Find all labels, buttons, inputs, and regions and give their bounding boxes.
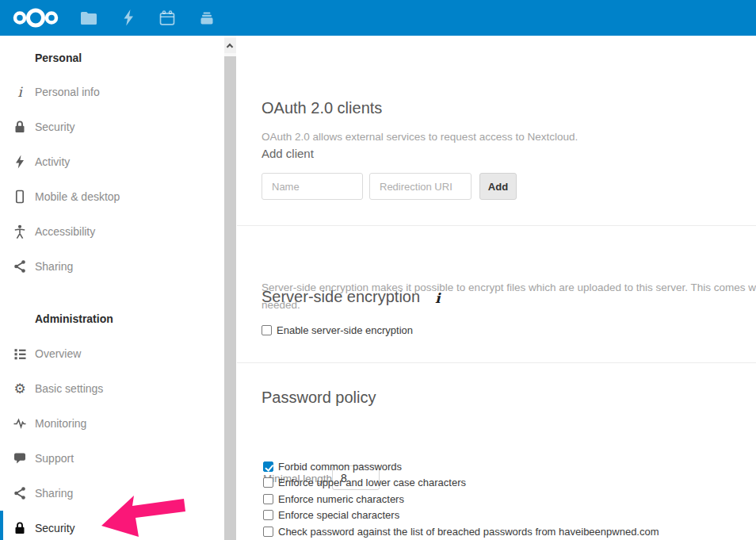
oauth-description: OAuth 2.0 allows external services to re… (262, 131, 578, 143)
sidebar-item-label: Security (35, 121, 75, 133)
settings-content: OAuth 2.0 clients OAuth 2.0 allows exter… (237, 36, 756, 540)
policy-checkbox-label: Enforce upper and lower case characters (278, 477, 466, 488)
sidebar-item-sharing-admin[interactable]: Sharing (0, 476, 224, 511)
sidebar-item-label: Personal info (35, 86, 100, 98)
check-breached-checkbox[interactable] (263, 527, 273, 537)
share-icon (13, 485, 27, 501)
sidebar-item-personal-info[interactable]: i Personal info (0, 75, 224, 109)
policy-checkbox-row[interactable]: Forbid common passwords (263, 461, 402, 473)
sidebar-item-basic-settings[interactable]: ⚙ Basic settings (0, 371, 224, 406)
gear-icon: ⚙ (13, 381, 27, 396)
sidebar-item-label: Activity (35, 155, 70, 168)
sidebar-item-label: Security (35, 522, 75, 534)
policy-checkbox-row[interactable]: Enforce special characters (263, 509, 399, 521)
sidebar-item-label: Sharing (35, 260, 73, 273)
scrollbar-up-button[interactable] (224, 38, 236, 53)
enable-encryption-checkbox-row[interactable]: Enable server-side encryption (262, 324, 413, 336)
section-divider (237, 225, 756, 226)
sidebar-item-label: Mobile & desktop (35, 190, 120, 203)
policy-checkbox-row[interactable]: Check password against the list of breac… (263, 526, 659, 538)
header-bar (0, 0, 756, 36)
add-client-label: Add client (262, 147, 314, 160)
encryption-description-line2: needed. (262, 299, 300, 311)
chevron-up-icon (227, 44, 233, 50)
policy-checkbox-label: Check password against the list of breac… (278, 526, 659, 538)
enforce-case-checkbox[interactable] (263, 477, 273, 488)
chat-icon (13, 450, 27, 466)
sidebar-item-label: Overview (35, 347, 81, 360)
encryption-description-line1: Server-side encryption makes it possible… (262, 281, 756, 293)
activity-lightning-icon[interactable] (120, 9, 136, 27)
sidebar-item-sharing-personal[interactable]: Sharing (0, 249, 224, 284)
sidebar-item-label: Support (35, 452, 74, 465)
sidebar-heading-administration: Administration (0, 311, 224, 327)
enable-encryption-label: Enable server-side encryption (277, 324, 413, 336)
calendar-icon[interactable] (158, 10, 176, 26)
scrollbar-thumb[interactable] (224, 56, 236, 540)
enforce-numeric-checkbox[interactable] (263, 494, 273, 504)
redirection-uri-input[interactable] (369, 173, 472, 200)
sidebar-item-monitoring[interactable]: Monitoring (0, 406, 224, 441)
policy-checkbox-row[interactable]: Enforce numeric characters (263, 493, 404, 505)
files-folder-icon[interactable] (80, 10, 97, 25)
phone-icon (13, 189, 27, 205)
sidebar-heading-personal: Personal (0, 50, 224, 66)
policy-checkbox-label: Enforce special characters (278, 509, 399, 521)
sidebar-item-security-admin[interactable]: Security (0, 511, 224, 540)
sidebar-item-activity[interactable]: Activity (0, 144, 224, 179)
lightning-icon (13, 154, 27, 170)
sidebar-item-label: Basic settings (35, 382, 103, 395)
client-name-input[interactable] (262, 173, 363, 200)
enable-encryption-checkbox[interactable] (262, 325, 272, 335)
settings-sidebar: Personal i Personal info Security Activi… (0, 36, 224, 540)
share-icon (13, 259, 27, 274)
add-button[interactable]: Add (479, 173, 517, 200)
policy-checkbox-row[interactable]: Enforce upper and lower case characters (263, 477, 466, 488)
deck-icon[interactable] (198, 10, 216, 26)
sidebar-scrollbar[interactable] (224, 36, 236, 540)
list-icon (13, 346, 27, 362)
sidebar-item-overview[interactable]: Overview (0, 336, 224, 371)
monitoring-icon (13, 416, 27, 431)
info-icon: i (13, 84, 27, 100)
accessibility-icon (13, 224, 27, 239)
sidebar-item-accessibility[interactable]: Accessibility (0, 214, 224, 249)
sidebar-item-support[interactable]: Support (0, 441, 224, 476)
sidebar-item-label: Accessibility (35, 225, 95, 238)
nextcloud-logo[interactable] (10, 6, 62, 30)
section-divider (237, 362, 756, 363)
sidebar-item-mobile-desktop[interactable]: Mobile & desktop (0, 179, 224, 214)
policy-checkbox-label: Enforce numeric characters (278, 493, 404, 505)
password-policy-title: Password policy (262, 389, 376, 407)
policy-checkbox-label: Forbid common passwords (278, 461, 402, 473)
forbid-common-passwords-checkbox[interactable] (263, 461, 273, 472)
sidebar-item-security-personal[interactable]: Security (0, 109, 224, 144)
oauth-section-title: OAuth 2.0 clients (262, 99, 382, 117)
sidebar-item-label: Monitoring (35, 417, 86, 430)
sidebar-item-label: Sharing (35, 487, 73, 500)
lock-icon (13, 119, 27, 135)
lock-icon (13, 520, 27, 536)
enforce-special-checkbox[interactable] (263, 510, 273, 520)
